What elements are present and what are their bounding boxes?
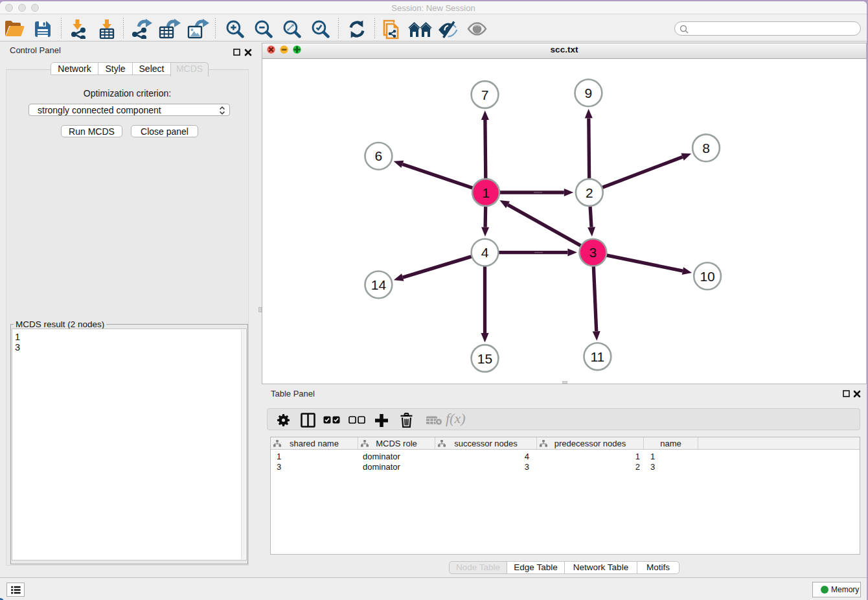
svg-text:8: 8 bbox=[702, 141, 710, 156]
svg-text:1: 1 bbox=[482, 185, 490, 200]
svg-text:11: 11 bbox=[590, 349, 604, 364]
svg-text:3: 3 bbox=[589, 245, 597, 260]
svg-text:6: 6 bbox=[375, 148, 383, 163]
svg-text:10: 10 bbox=[700, 269, 714, 284]
svg-text:14: 14 bbox=[371, 277, 387, 292]
svg-text:4: 4 bbox=[481, 245, 489, 260]
svg-text:9: 9 bbox=[585, 86, 593, 100]
svg-text:7: 7 bbox=[481, 87, 489, 102]
svg-text:15: 15 bbox=[477, 351, 492, 366]
svg-text:2: 2 bbox=[586, 185, 593, 200]
